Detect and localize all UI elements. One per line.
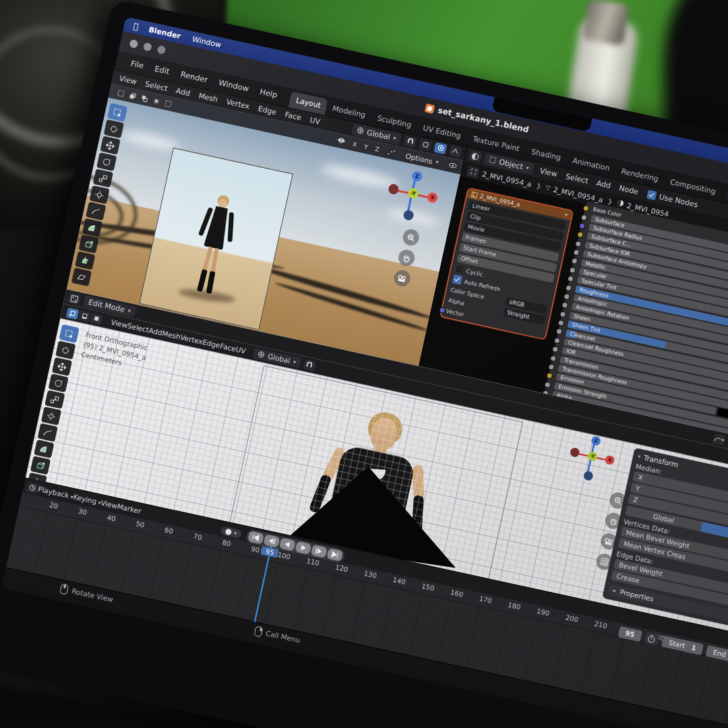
measure-tool[interactable] — [34, 439, 54, 458]
move-tool[interactable] — [100, 136, 120, 155]
rotate-tool[interactable] — [96, 152, 117, 171]
transform-tool[interactable] — [89, 185, 109, 204]
expand-breadcrumb-icon[interactable] — [466, 166, 480, 178]
socket-emission-strength[interactable] — [544, 381, 551, 388]
snap-magnet-icon[interactable] — [404, 135, 417, 148]
annotate-tool[interactable] — [86, 202, 106, 220]
socket-clearcoat-roughness[interactable] — [553, 337, 561, 344]
proportional-editing-on-icon[interactable] — [434, 142, 448, 154]
jump-start-button[interactable] — [247, 530, 264, 544]
proportional-editing-icon[interactable] — [419, 138, 432, 150]
menu-window[interactable]: Window — [218, 78, 249, 93]
rotate-tool[interactable] — [48, 373, 68, 392]
pan-hand-icon[interactable] — [397, 248, 417, 268]
select-extend-icon[interactable] — [126, 90, 140, 102]
snap-magnet-icon-b[interactable] — [303, 359, 316, 371]
minimize-window-button[interactable] — [143, 42, 152, 51]
menu-face[interactable]: Face — [284, 110, 302, 122]
socket-subsurface-c-[interactable] — [576, 231, 584, 239]
menu-mesh[interactable]: Mesh — [198, 91, 218, 104]
socket-base-color[interactable] — [582, 205, 590, 212]
menu-view[interactable]: View — [119, 73, 138, 86]
visibility-dropdown-icon[interactable] — [446, 159, 459, 171]
editor-type-icon[interactable] — [67, 293, 81, 305]
annotate-tool[interactable] — [38, 423, 58, 442]
socket-subsurface[interactable] — [580, 214, 588, 221]
menu-render[interactable]: Render — [180, 69, 209, 84]
socket-ior[interactable] — [551, 346, 559, 353]
vertex-select-mode[interactable] — [66, 307, 80, 320]
menubar-item-window[interactable]: Window — [191, 34, 222, 49]
socket-anisotropic[interactable] — [563, 293, 570, 301]
socket-emission[interactable] — [546, 372, 553, 380]
cursor-tool[interactable] — [104, 119, 124, 138]
extrude-tool[interactable] — [75, 251, 95, 270]
menu-face[interactable]: Face — [219, 342, 237, 353]
menu-edge[interactable]: Edge — [202, 338, 220, 349]
menu-view[interactable]: View — [100, 498, 118, 510]
menu-add[interactable]: Add — [148, 326, 163, 337]
menu-view[interactable]: View — [111, 317, 129, 329]
menu-select[interactable]: Select — [565, 172, 589, 185]
socket-specular-tint[interactable] — [567, 275, 574, 282]
menu-view[interactable]: View — [539, 166, 558, 178]
axis-gizmo-b[interactable]: Z X -Y — [565, 431, 618, 485]
select-invert-icon[interactable] — [150, 94, 163, 107]
add-cube-tool[interactable] — [30, 456, 51, 475]
next-keyframe-button[interactable] — [311, 545, 328, 558]
scale-tool[interactable] — [44, 390, 65, 409]
falloff-curve-icon[interactable] — [449, 145, 462, 157]
play-reverse-button[interactable] — [279, 537, 296, 551]
menu-edit[interactable]: Edit — [154, 64, 171, 76]
close-window-button[interactable] — [129, 39, 138, 49]
select-new-icon[interactable] — [114, 87, 127, 99]
socket-subsurface-anisotropy[interactable] — [573, 249, 580, 256]
menu-select[interactable]: Select — [144, 80, 169, 93]
axis-gizmo[interactable]: Z X -Y — [383, 166, 442, 225]
measure-tool[interactable] — [82, 218, 102, 237]
apple-icon[interactable]:  — [133, 21, 140, 31]
use-nodes-checkbox[interactable] — [646, 189, 657, 200]
menu-uv[interactable]: UV — [309, 115, 321, 126]
menu-edge[interactable]: Edge — [257, 104, 278, 117]
menu-add[interactable]: Add — [596, 179, 612, 190]
mirror-axis-y[interactable]: Y — [360, 141, 372, 152]
cyclic-checkbox[interactable] — [454, 264, 464, 274]
scale-tool[interactable] — [93, 169, 113, 187]
menu-help[interactable]: Help — [259, 87, 278, 100]
socket-clearcoat[interactable] — [555, 328, 563, 336]
auto-refresh-checkbox[interactable] — [452, 274, 462, 284]
menu-mesh[interactable]: Mesh — [161, 329, 181, 341]
socket-sheen-tint[interactable] — [557, 320, 565, 327]
falloff-dots-icon[interactable] — [385, 146, 398, 158]
socket-transmission-roughness[interactable] — [548, 363, 555, 371]
prev-keyframe-button[interactable] — [264, 534, 280, 547]
menu-select[interactable]: Select — [127, 322, 150, 334]
edge-select-mode[interactable] — [78, 310, 91, 322]
jump-end-button[interactable] — [326, 548, 343, 562]
mirror-axis-x[interactable]: X — [348, 138, 361, 150]
select-intersect-icon[interactable] — [161, 97, 175, 109]
socket-transmission[interactable] — [550, 355, 557, 362]
socket-sheen[interactable] — [559, 311, 567, 318]
menu-add[interactable]: Add — [175, 86, 191, 98]
menu-vertex[interactable]: Vertex — [179, 333, 204, 346]
auto-keying-record-button[interactable]: ▾ — [220, 526, 242, 539]
menu-file[interactable]: File — [130, 59, 145, 71]
socket-roughness[interactable] — [565, 284, 572, 291]
menu-node[interactable]: Node — [618, 183, 639, 196]
move-tool[interactable] — [52, 357, 72, 376]
add-cube-tool[interactable] — [78, 235, 98, 253]
select-subtract-icon[interactable] — [138, 92, 151, 104]
select-box-tool[interactable] — [59, 324, 79, 343]
socket-subsurface-ior[interactable] — [575, 240, 582, 247]
socket-subsurface-radius[interactable] — [578, 222, 586, 230]
socket-metallic[interactable] — [571, 257, 578, 265]
socket-specular[interactable] — [569, 266, 576, 274]
menu-marker[interactable]: Marker — [117, 502, 142, 515]
blender-logo-icon[interactable] — [122, 57, 124, 67]
socket-anisotropic-rotation[interactable] — [562, 302, 569, 309]
play-button[interactable] — [295, 541, 311, 555]
select-box-tool[interactable] — [107, 103, 127, 122]
zoom-window-button[interactable] — [156, 45, 166, 55]
